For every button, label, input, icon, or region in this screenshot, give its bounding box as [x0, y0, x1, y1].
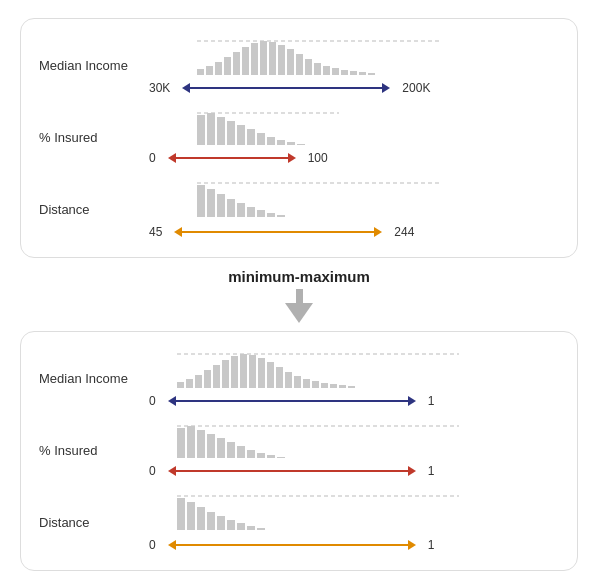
svg-rect-80 [207, 434, 215, 458]
row-median-income-2: Median Income [39, 346, 559, 410]
svg-rect-44 [237, 203, 245, 217]
svg-rect-99 [247, 526, 255, 530]
svg-rect-14 [314, 63, 321, 75]
svg-rect-10 [278, 45, 285, 75]
svg-marker-101 [168, 540, 176, 550]
chart-distance-2: 0 1 [149, 490, 559, 554]
arrow-svg-pct-insured [162, 149, 302, 167]
svg-rect-8 [260, 41, 267, 75]
svg-rect-85 [257, 453, 265, 458]
svg-rect-53 [177, 382, 184, 388]
svg-rect-58 [222, 360, 229, 388]
arrow-svg-distance-2 [162, 536, 422, 554]
svg-rect-55 [195, 375, 202, 388]
svg-rect-68 [312, 381, 319, 388]
label-pct-insured: % Insured [39, 130, 149, 145]
svg-rect-67 [303, 379, 310, 388]
svg-marker-90 [408, 466, 416, 476]
svg-rect-48 [277, 215, 285, 217]
svg-marker-103 [408, 540, 416, 550]
svg-rect-43 [227, 199, 235, 217]
panel-after: Median Income [20, 331, 578, 571]
svg-rect-3 [215, 62, 222, 75]
svg-rect-13 [305, 59, 312, 75]
svg-rect-66 [294, 376, 301, 388]
arrow-svg-median-income [176, 79, 396, 97]
svg-rect-16 [332, 68, 339, 75]
arrow-shaft [296, 289, 303, 303]
svg-rect-28 [227, 121, 235, 145]
svg-rect-12 [296, 54, 303, 75]
svg-marker-36 [168, 153, 176, 163]
row-median-income: Median Income [39, 33, 559, 97]
svg-rect-94 [197, 507, 205, 530]
svg-rect-46 [257, 210, 265, 217]
row-distance: Distance 45 244 [39, 177, 559, 241]
arrow-row-pct-insured: 0 100 [149, 149, 559, 167]
svg-rect-2 [206, 66, 213, 75]
arrow-triangle [285, 303, 313, 323]
panel-before: Median Income [20, 18, 578, 258]
row-distance-2: Distance 0 1 [39, 490, 559, 554]
hist-pct-insured-svg [149, 107, 469, 147]
svg-rect-25 [197, 115, 205, 145]
hist-median-income-2-svg [149, 346, 489, 390]
max-val-distance: 244 [394, 225, 414, 239]
svg-rect-31 [257, 133, 265, 145]
svg-rect-20 [368, 73, 375, 75]
svg-rect-82 [227, 442, 235, 458]
svg-rect-56 [204, 370, 211, 388]
max-val-pct-insured-2: 1 [428, 464, 435, 478]
svg-rect-18 [350, 71, 357, 75]
svg-marker-73 [168, 396, 176, 406]
svg-rect-29 [237, 125, 245, 145]
svg-rect-15 [323, 66, 330, 75]
max-val-distance-2: 1 [428, 538, 435, 552]
svg-rect-83 [237, 446, 245, 458]
svg-rect-64 [276, 367, 283, 388]
label-distance-2: Distance [39, 515, 149, 530]
min-val-median-income: 30K [149, 81, 170, 95]
arrow-row-distance-2: 0 1 [149, 536, 559, 554]
svg-rect-84 [247, 450, 255, 458]
svg-rect-86 [267, 455, 275, 458]
svg-rect-5 [233, 52, 240, 75]
svg-rect-63 [267, 362, 274, 388]
svg-rect-95 [207, 512, 215, 530]
svg-rect-19 [359, 72, 366, 75]
min-val-distance: 45 [149, 225, 162, 239]
row-pct-insured-2: % Insured 0 [39, 420, 559, 480]
svg-rect-33 [277, 140, 285, 145]
hist-distance-2-svg [149, 490, 489, 534]
chart-pct-insured: 0 100 [149, 107, 559, 167]
svg-rect-47 [267, 213, 275, 217]
hist-pct-insured-2-svg [149, 420, 489, 460]
label-distance: Distance [39, 202, 149, 217]
svg-rect-57 [213, 365, 220, 388]
arrow-svg-distance [168, 223, 388, 241]
svg-rect-35 [297, 144, 305, 145]
svg-rect-92 [177, 498, 185, 530]
svg-rect-34 [287, 142, 295, 145]
svg-rect-1 [197, 69, 204, 75]
max-val-median-income: 200K [402, 81, 430, 95]
svg-rect-71 [339, 385, 346, 388]
min-val-distance-2: 0 [149, 538, 156, 552]
svg-rect-78 [187, 426, 195, 458]
svg-rect-96 [217, 516, 225, 530]
min-val-pct-insured-2: 0 [149, 464, 156, 478]
svg-rect-11 [287, 49, 294, 75]
svg-rect-42 [217, 194, 225, 217]
svg-marker-23 [382, 83, 390, 93]
hist-distance-svg [149, 177, 469, 221]
min-val-pct-insured: 0 [149, 151, 156, 165]
svg-marker-49 [174, 227, 182, 237]
arrow-row-median-income: 30K 200K [149, 79, 559, 97]
chart-pct-insured-2: 0 1 [149, 420, 559, 480]
svg-marker-21 [182, 83, 190, 93]
max-val-pct-insured: 100 [308, 151, 328, 165]
arrow-row-median-income-2: 0 1 [149, 392, 559, 410]
svg-rect-77 [177, 428, 185, 458]
svg-rect-4 [224, 57, 231, 75]
arrow-svg-pct-insured-2 [162, 462, 422, 480]
